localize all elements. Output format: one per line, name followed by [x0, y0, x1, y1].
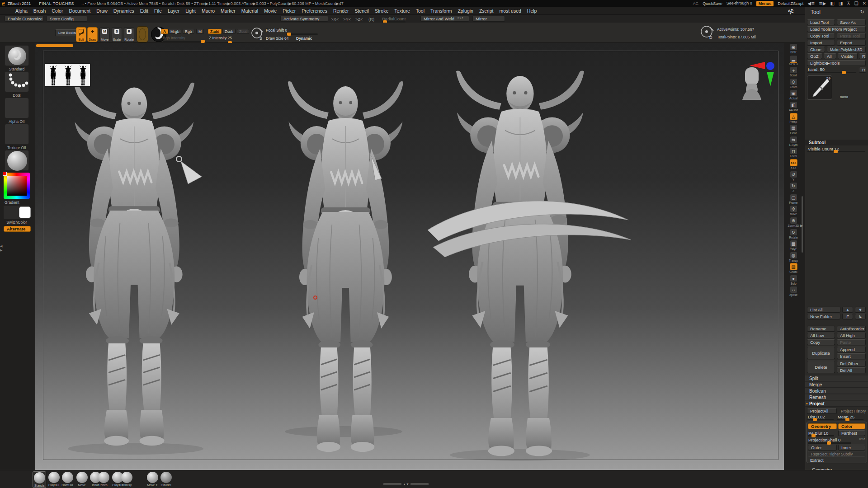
- right-shelf-button[interactable]: ▨ Ghost: [787, 263, 800, 273]
- goz-visible-button[interactable]: Visible: [838, 53, 858, 59]
- menu-item[interactable]: Picker: [283, 8, 296, 14]
- draw-mode-button[interactable]: + Draw: [87, 27, 98, 42]
- insert-button[interactable]: Insert: [837, 353, 866, 359]
- activate-symmetry-button[interactable]: Activate Symmetry: [280, 16, 328, 22]
- section-remesh[interactable]: Remesh: [805, 394, 868, 400]
- mrgb-toggle[interactable]: Mrgb: [168, 29, 181, 34]
- move-mode-button[interactable]: M Move: [99, 27, 110, 42]
- outer-button[interactable]: Outer: [808, 445, 837, 450]
- right-shelf-button[interactable]: ＋ Scroll: [787, 66, 800, 77]
- new-folder-button[interactable]: New Folder: [807, 314, 840, 319]
- dock-right-icon[interactable]: ◨: [839, 1, 843, 6]
- list-all-button[interactable]: List All: [807, 307, 840, 313]
- right-shelf-button[interactable]: ⊓ Local: [787, 147, 800, 158]
- menu-item[interactable]: Tool: [416, 8, 425, 14]
- sym-x-button[interactable]: >X<: [331, 17, 339, 22]
- right-shelf-button[interactable]: ▣ Actual: [787, 89, 800, 100]
- menu-item[interactable]: Preferences: [302, 8, 327, 14]
- sym-z-button[interactable]: >Z<: [355, 17, 363, 22]
- right-shelf-button[interactable]: ▦ Floor: [787, 124, 800, 135]
- menu-item[interactable]: Draw: [96, 8, 108, 14]
- menu-item[interactable]: Edit: [140, 8, 148, 14]
- save-as-button[interactable]: Save As: [837, 19, 866, 25]
- tray-divider-handle[interactable]: ▲▼: [383, 483, 429, 486]
- mirror-axes-toggles[interactable]: x y z: [458, 16, 463, 19]
- reproject-button[interactable]: Reproject Higher Subdiv: [808, 451, 865, 457]
- menu-item[interactable]: File: [154, 8, 162, 14]
- menu-item[interactable]: Color: [52, 8, 63, 14]
- menu-item[interactable]: most used: [499, 8, 521, 14]
- subtool-down-button[interactable]: ▼: [855, 307, 866, 313]
- right-shelf-button[interactable]: ↻ Z: [787, 182, 800, 192]
- brush-trimdynamic[interactable]: TrimDy: [120, 472, 133, 487]
- project-all-button[interactable]: ProjectAll: [807, 408, 837, 414]
- right-shelf-button[interactable]: ✣ Move: [787, 205, 800, 216]
- all-high-button[interactable]: All High: [837, 333, 866, 338]
- menu-item[interactable]: Zscript: [479, 8, 494, 14]
- goz-r-button[interactable]: R: [859, 53, 866, 59]
- load-tools-from-project-button[interactable]: Load Tools From Project: [807, 26, 866, 32]
- menu-item[interactable]: Marker: [221, 8, 236, 14]
- section-boolean[interactable]: Boolean: [805, 388, 868, 394]
- store-config-button[interactable]: Store Config: [47, 16, 87, 22]
- inner-button[interactable]: Inner: [838, 445, 865, 450]
- right-shelf-button[interactable]: ▂ SPix 3: [787, 55, 800, 66]
- color-a-toggle[interactable]: A: [161, 29, 168, 34]
- right-shelf-button[interactable]: ⊙ Zoom: [787, 78, 800, 89]
- sym-y-button[interactable]: >Y<: [343, 17, 351, 22]
- sym-r-button[interactable]: (R): [368, 17, 374, 22]
- dynamic-subdiv-icon[interactable]: D: [701, 25, 714, 40]
- current-stroke-thumb[interactable]: [5, 71, 29, 92]
- menu-item[interactable]: Material: [241, 8, 258, 14]
- right-shelf-button[interactable]: ◉ BPR: [787, 43, 800, 54]
- menus-toggle[interactable]: Menus: [756, 1, 774, 6]
- right-shelf-button[interactable]: ⇋ L.Sym: [787, 136, 800, 146]
- visible-count-track[interactable]: [807, 151, 865, 152]
- make-polymesh3d-button[interactable]: Make PolyMesh3D: [827, 47, 866, 52]
- menu-item[interactable]: Transform: [430, 8, 452, 14]
- dock-left-icon[interactable]: ◧: [830, 1, 834, 6]
- subtool-header[interactable]: Subtool: [805, 140, 868, 145]
- append-button[interactable]: Append: [837, 347, 866, 352]
- right-shelf-button[interactable]: ⊕ Zoom3D: [787, 217, 800, 227]
- enable-customize-button[interactable]: Enable Customize: [5, 16, 43, 22]
- load-tool-button[interactable]: Load Tool: [807, 19, 835, 25]
- gradient-label[interactable]: Gradient: [0, 200, 33, 205]
- section-merge[interactable]: Merge: [805, 382, 868, 388]
- export-button[interactable]: Export: [837, 40, 866, 46]
- edit-mode-button[interactable]: Edit: [76, 27, 86, 42]
- current-material-thumb[interactable]: [5, 150, 29, 171]
- rgb-intensity-slider[interactable]: Rgb Intensity: [163, 36, 185, 40]
- menu-item[interactable]: Stencil: [354, 8, 369, 14]
- right-shelf-button[interactable]: ▢ Frame: [787, 194, 800, 204]
- menu-item[interactable]: Stroke: [375, 8, 388, 14]
- brush-damstandard[interactable]: DamSta: [61, 472, 74, 487]
- extract-row[interactable]: Extract: [810, 458, 824, 463]
- dynamic-toggle[interactable]: Dynamic: [296, 36, 312, 41]
- shell-axes-toggles[interactable]: x y z: [859, 437, 865, 440]
- sculpt-canvas[interactable]: [35, 43, 784, 470]
- close-button[interactable]: ✕: [863, 1, 866, 6]
- draw-size-slider[interactable]: Draw Size 64: [266, 36, 289, 41]
- menu-item[interactable]: Light: [185, 8, 196, 14]
- secondary-color-swatch[interactable]: [19, 206, 31, 218]
- current-texture-thumb[interactable]: [5, 124, 29, 145]
- section-split[interactable]: Split: [805, 375, 868, 381]
- hide-left-tray-icon[interactable]: ◀≣: [807, 1, 815, 6]
- alternate-button[interactable]: Alternate: [4, 226, 31, 232]
- del-all-button[interactable]: Del All: [837, 367, 866, 373]
- menu-item[interactable]: Zplugin: [458, 8, 473, 14]
- brush-claybuildup[interactable]: ClayBui: [47, 472, 61, 487]
- menu-item[interactable]: Dynamics: [113, 8, 134, 14]
- right-shelf-button[interactable]: ↺ Y: [787, 171, 800, 181]
- focal-shift-track[interactable]: [286, 33, 318, 35]
- rename-button[interactable]: Rename: [807, 326, 835, 332]
- right-shelf-button[interactable]: △ Persp: [787, 113, 800, 123]
- lightbox-tools-button[interactable]: Lightbox▶Tools: [807, 60, 866, 66]
- folder-indent-button[interactable]: ↳: [855, 314, 866, 319]
- del-other-button[interactable]: Del Other: [837, 361, 866, 366]
- duplicate-button[interactable]: Duplicate: [807, 347, 835, 359]
- brush-pinch[interactable]: Pinch: [97, 472, 110, 487]
- all-low-button[interactable]: All Low: [807, 333, 835, 338]
- right-shelf-button[interactable]: XYZ XYZ: [787, 159, 800, 169]
